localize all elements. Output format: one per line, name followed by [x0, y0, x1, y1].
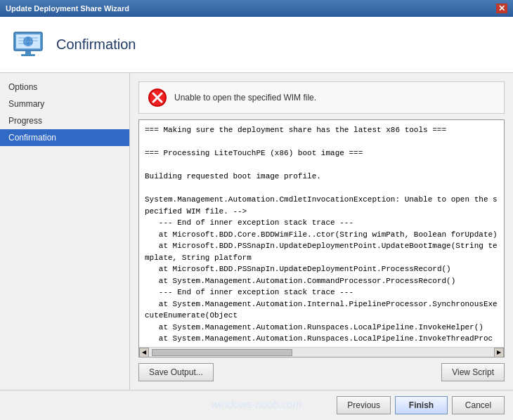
scroll-left-arrow[interactable]: ◀ [139, 348, 149, 357]
header: Confirmation [0, 17, 513, 73]
sidebar-item-options[interactable]: Options [0, 79, 129, 96]
close-button[interactable]: ✕ [496, 4, 507, 13]
scrollbar-track[interactable] [149, 348, 494, 357]
sidebar: Options Summary Progress Confirmation [0, 73, 130, 390]
svg-rect-3 [21, 54, 35, 56]
cancel-button[interactable]: Cancel [452, 396, 505, 414]
previous-button[interactable]: Previous [337, 396, 391, 414]
sidebar-item-progress[interactable]: Progress [0, 112, 129, 129]
main-panel: Unable to open the specified WIM file. =… [130, 73, 513, 390]
bottom-bar: Previous Finish Cancel [0, 390, 513, 420]
save-output-button[interactable]: Save Output... [138, 363, 214, 381]
horizontal-scrollbar[interactable]: ◀ ▶ [139, 347, 504, 357]
action-buttons: Save Output... View Script [138, 363, 505, 381]
title-bar-text: Update Deployment Share Wizard [6, 4, 129, 13]
log-output[interactable]: === Making sure the deployment share has… [139, 120, 504, 347]
view-script-button[interactable]: View Script [441, 363, 505, 381]
finish-button[interactable]: Finish [395, 396, 448, 414]
page-title: Confirmation [56, 37, 136, 53]
scroll-right-arrow[interactable]: ▶ [494, 348, 504, 357]
error-bar: Unable to open the specified WIM file. [138, 81, 505, 114]
sidebar-item-summary[interactable]: Summary [0, 96, 129, 112]
dialog: Confirmation Options Summary Progress Co… [0, 17, 513, 420]
sidebar-item-confirmation[interactable]: Confirmation [0, 129, 129, 146]
error-message: Unable to open the specified WIM file. [174, 93, 316, 103]
log-container: === Making sure the deployment share has… [138, 119, 505, 357]
wizard-icon [11, 28, 45, 62]
title-bar: Update Deployment Share Wizard ✕ [0, 0, 513, 17]
content-area: Options Summary Progress Confirmation Un… [0, 73, 513, 390]
error-icon [148, 88, 167, 107]
scrollbar-thumb[interactable] [152, 349, 292, 356]
